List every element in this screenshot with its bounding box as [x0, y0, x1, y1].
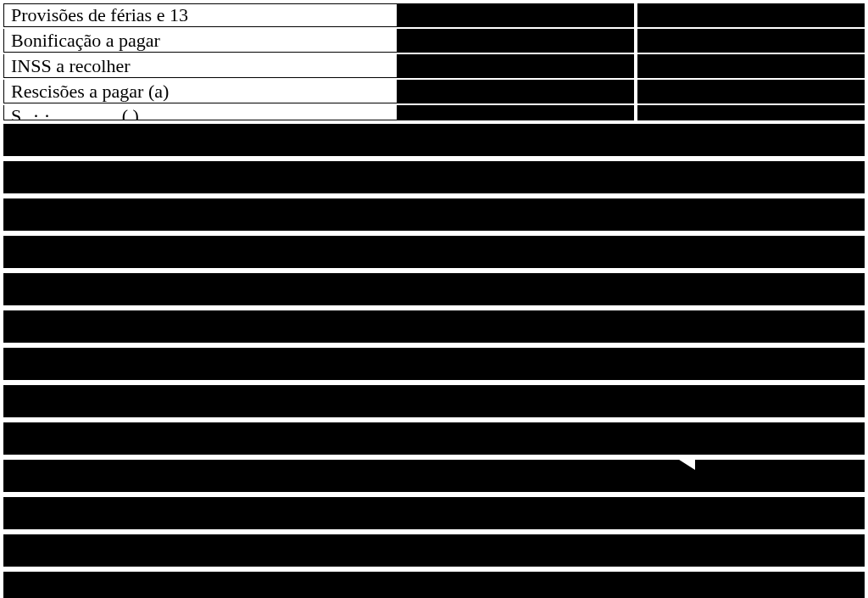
redacted-label: [3, 497, 397, 529]
redacted-label: [3, 534, 397, 567]
table-row-redacted: [3, 534, 865, 567]
redacted-label: [3, 348, 397, 380]
redacted-value-1: [397, 124, 637, 156]
redacted-value-2: [637, 422, 865, 455]
redacted-value-2: [637, 161, 865, 193]
table-row-redacted: [3, 460, 865, 492]
partial-text-prefix: S: [11, 105, 21, 120]
redacted-value-1: [397, 161, 637, 193]
table-row-partial: S · · ( ): [3, 105, 865, 120]
row-value-1: [397, 54, 637, 78]
redacted-value-2: [637, 198, 865, 231]
row-value-2: [637, 29, 865, 53]
table-row-redacted: [3, 348, 865, 380]
table-row-redacted: [3, 572, 865, 598]
redacted-value-1: [397, 422, 637, 455]
redacted-value-2: [637, 310, 865, 343]
redacted-value-1: [397, 572, 637, 598]
table-row: INSS a recolher: [3, 54, 865, 78]
redacted-label: [3, 572, 397, 598]
table-row: Rescisões a pagar (a): [3, 80, 865, 103]
table-row: Bonificação a pagar: [3, 29, 865, 53]
redacted-label: [3, 385, 397, 417]
table-row-redacted: [3, 385, 865, 417]
table-row-redacted: [3, 161, 865, 193]
table-row: Provisões de férias e 13: [3, 3, 865, 27]
row-value-1: [397, 29, 637, 53]
redacted-label: [3, 422, 397, 455]
row-label-partial: S · · ( ): [3, 105, 397, 120]
redacted-label: [3, 124, 397, 156]
row-value-2: [637, 3, 865, 27]
table-row-redacted: [3, 124, 865, 156]
redacted-label: [3, 161, 397, 193]
table-row-redacted: [3, 236, 865, 268]
row-value-2: [637, 54, 865, 78]
redacted-value-2: [637, 385, 865, 417]
row-label: Rescisões a pagar (a): [3, 80, 397, 103]
table-row-redacted: [3, 310, 865, 343]
redacted-value-1: [397, 385, 637, 417]
redacted-value-2: [637, 572, 865, 598]
redacted-value-1: [397, 236, 637, 268]
table-row-redacted: [3, 497, 865, 529]
table-row-redacted: [3, 273, 865, 305]
row-label: Bonificação a pagar: [3, 29, 397, 53]
redacted-value-2: [637, 236, 865, 268]
row-value-1: [397, 105, 637, 120]
row-value-1: [397, 80, 637, 103]
row-label: INSS a recolher: [3, 54, 397, 78]
redacted-value-2: [637, 273, 865, 305]
row-value-1: [397, 3, 637, 27]
redacted-value-2: [637, 124, 865, 156]
redacted-value-1: [397, 198, 637, 231]
redacted-value-2: [637, 348, 865, 380]
redacted-value-2: [637, 497, 865, 529]
table-visible-rows: Provisões de férias e 13 Bonificação a p…: [3, 3, 865, 120]
redacted-label: [3, 460, 397, 492]
row-value-2: [637, 80, 865, 103]
redacted-value-1: [397, 460, 637, 492]
redacted-value-1: [397, 310, 637, 343]
table-redacted-rows: [3, 124, 865, 598]
redacted-value-1: [397, 497, 637, 529]
redacted-label: [3, 198, 397, 231]
redacted-value-1: [397, 534, 637, 567]
redacted-label: [3, 236, 397, 268]
redacted-label: [3, 310, 397, 343]
redacted-value-2: [637, 534, 865, 567]
table-row-redacted: [3, 422, 865, 455]
redacted-value-1: [397, 348, 637, 380]
row-label: Provisões de férias e 13: [3, 3, 397, 27]
partial-text-suffix: ( ): [122, 105, 139, 120]
redacted-value-2: [637, 460, 865, 492]
table-row-redacted: [3, 198, 865, 231]
redacted-value-1: [397, 273, 637, 305]
row-value-2: [637, 105, 865, 120]
redacted-label: [3, 273, 397, 305]
